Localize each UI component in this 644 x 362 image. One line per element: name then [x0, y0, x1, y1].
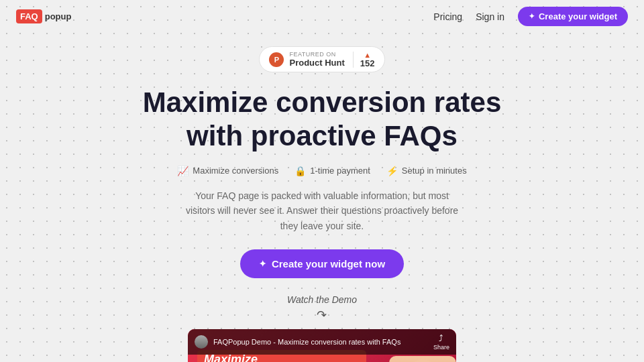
demo-video[interactable]: FAQPopup Demo - Maximize conversion rate… [188, 329, 456, 362]
video-avatar-inner [195, 335, 208, 349]
video-title: FAQPopup Demo - Maximize conversion rate… [213, 338, 400, 346]
feature-label-2: Setup in minutes [402, 166, 467, 176]
maximize-icon: 📈 [177, 166, 189, 176]
video-avatar [195, 335, 208, 349]
video-share-btn[interactable]: ⤴ Share [433, 333, 449, 351]
pricing-link[interactable]: Pricing [433, 11, 462, 22]
watch-demo: Watch the Demo ↷ [287, 294, 357, 322]
watch-demo-text: Watch the Demo [287, 294, 357, 305]
video-top-bar: FAQPopup Demo - Maximize conversion rate… [188, 329, 456, 355]
ph-vote-number: 152 [360, 59, 375, 68]
ph-product-hunt-label: Product Hunt [289, 58, 344, 68]
feature-pill-2: ⚡ Setup in minutes [386, 166, 467, 176]
feature-pills: 📈 Maximize conversions 🔒 1-time payment … [177, 166, 466, 176]
demo-arrow-icon: ↷ [317, 308, 327, 322]
share-label: Share [433, 344, 449, 351]
video-inner: FAQPopup Demo - Maximize conversion rate… [188, 329, 456, 362]
feature-pill-1: 🔒 1-time payment [294, 166, 370, 176]
headline-line1: Maximize conversion rates [143, 86, 502, 118]
nav-right: Pricing Sign in Create your widget [433, 7, 628, 26]
signin-link[interactable]: Sign in [476, 11, 504, 22]
video-top-bar-left: FAQPopup Demo - Maximize conversion rate… [195, 335, 400, 349]
ph-icon: P [269, 52, 284, 67]
person-head [409, 359, 436, 362]
create-widget-button[interactable]: Create your widget [518, 7, 628, 26]
ph-arrow-icon: ▲ [364, 52, 371, 59]
ph-featured-label: FEATURED ON [289, 51, 344, 58]
cta-button[interactable]: Create your widget now [240, 249, 404, 278]
product-hunt-badge[interactable]: P FEATURED ON Product Hunt ▲ 152 [259, 46, 384, 72]
logo-faq: FAQ [16, 9, 42, 23]
hero-description: Your FAQ page is packed with valuable in… [181, 188, 463, 233]
feature-label-0: Maximize conversions [193, 166, 278, 176]
person-silhouette [389, 356, 456, 362]
logo: FAQ popup [16, 9, 71, 23]
feature-label-1: 1-time payment [310, 166, 370, 176]
ph-text-wrap: FEATURED ON Product Hunt [289, 51, 344, 68]
hero-headline: Maximize conversion rates with proactive… [143, 86, 502, 154]
ph-vote-count: ▲ 152 [353, 52, 375, 68]
share-icon: ⤴ [439, 333, 443, 343]
payment-icon: 🔒 [294, 166, 306, 176]
setup-icon: ⚡ [386, 166, 398, 176]
feature-pill-0: 📈 Maximize conversions [177, 166, 278, 176]
main-content: P FEATURED ON Product Hunt ▲ 152 Maximiz… [0, 33, 644, 362]
navbar: FAQ popup Pricing Sign in Create your wi… [0, 0, 644, 33]
headline-line2: with proactive FAQs [186, 120, 458, 152]
logo-popup: popup [45, 11, 72, 21]
